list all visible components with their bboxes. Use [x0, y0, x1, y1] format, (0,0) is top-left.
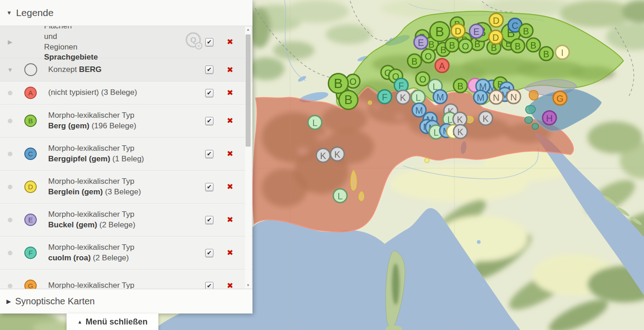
remove-layer-button[interactable]: ✖ — [226, 216, 234, 224]
legend-item-bullet — [8, 185, 12, 189]
map-marker-A[interactable]: A — [435, 58, 450, 73]
map-marker-E[interactable]: E — [414, 35, 429, 50]
remove-layer-button[interactable]: ✖ — [226, 38, 234, 46]
synoptic-maps-label: Synoptische Karten — [15, 296, 95, 307]
legend-marker-G: G — [24, 280, 37, 289]
map-marker-D[interactable]: D — [489, 13, 504, 28]
chevron-right-icon[interactable]: ▶ — [8, 38, 12, 45]
remove-layer-button[interactable]: ✖ — [226, 89, 234, 97]
map-marker-B[interactable]: B — [539, 46, 554, 61]
map-marker-D[interactable]: D — [451, 23, 466, 38]
legend-item-label: Morpho-lexikalischer TypBerg (gem) (196 … — [48, 110, 205, 132]
visibility-checkbox[interactable]: ✔ — [205, 38, 213, 46]
legend-item-row-D[interactable]: DMorpho-lexikalischer TypBerglein (gem) … — [0, 170, 252, 204]
map-marker-K[interactable]: K — [478, 111, 493, 126]
map-marker-F[interactable]: F — [377, 89, 392, 104]
map-marker-G[interactable]: G — [553, 91, 568, 106]
map-marker-M[interactable]: M — [433, 89, 448, 104]
legend-group-label: Flächen und RegionenSprachgebiete — [20, 26, 68, 63]
legend-marker-A: A — [24, 87, 37, 99]
map-marker-B[interactable]: B — [407, 54, 422, 69]
visibility-checkbox[interactable]: ✔ — [205, 282, 213, 289]
query-icon: Q× — [183, 30, 205, 54]
chevron-right-icon: ▶ — [6, 298, 11, 305]
visibility-checkbox[interactable]: ✔ — [205, 66, 213, 74]
legend-item-row-A[interactable]: A(nicht typisiert) (3 Belege)✔✖ — [0, 82, 252, 104]
visibility-checkbox[interactable]: ✔ — [205, 150, 213, 158]
map-marker-B[interactable]: B — [453, 78, 468, 94]
map-marker-O[interactable]: O — [421, 49, 436, 64]
scrollbar-up-icon[interactable]: ▲ — [245, 28, 251, 32]
map-marker-K[interactable]: K — [453, 124, 468, 139]
legend-item-row-E[interactable]: EMorpho-lexikalischer TypBuckel (gem) (2… — [0, 204, 252, 236]
chevron-up-icon: ▲ — [78, 319, 83, 324]
legend-header[interactable]: ▼ Legende — [0, 0, 252, 26]
legend-item-row-B[interactable]: BMorpho-lexikalischer TypBerg (gem) (196… — [0, 104, 252, 138]
legend-item-label: (nicht typisiert) (3 Belege) — [48, 88, 205, 98]
svg-text:Q: Q — [190, 36, 196, 44]
map-marker-I[interactable]: I — [555, 45, 570, 60]
map-marker-H[interactable]: H — [542, 110, 557, 126]
legend-item-bullet — [8, 218, 12, 222]
legend-list: ▶Flächen und RegionenSprachgebieteQ×✔✖▼K… — [0, 26, 252, 289]
legend-item-row-F[interactable]: FMorpho-lexikalischer Typcuolm (roa) (2 … — [0, 236, 252, 270]
legend-item-bullet — [8, 251, 12, 255]
legend-marker-B: B — [24, 115, 37, 127]
map-marker-K[interactable]: K — [396, 90, 411, 105]
remove-layer-button[interactable]: ✖ — [226, 150, 234, 158]
legend-marker-E: E — [24, 214, 37, 226]
menu-close-label: Menü schließen — [85, 317, 147, 327]
scrollbar-down-icon[interactable]: ▼ — [245, 283, 251, 287]
remove-layer-button[interactable]: ✖ — [226, 282, 234, 289]
remove-layer-button[interactable]: ✖ — [226, 117, 234, 125]
map-marker-K[interactable]: K — [330, 147, 345, 162]
visibility-checkbox[interactable]: ✔ — [205, 89, 213, 97]
legend-item-row-G[interactable]: GMorpho-lexikalischer Typ✔✖ — [0, 270, 252, 289]
visibility-checkbox[interactable]: ✔ — [205, 117, 213, 125]
visibility-checkbox[interactable]: ✔ — [205, 183, 213, 191]
map-marker-B[interactable]: B — [519, 23, 534, 38]
visibility-checkbox[interactable]: ✔ — [205, 249, 213, 257]
legend-group-label: Konzept BERG — [48, 65, 205, 75]
map-marker-O[interactable]: O — [458, 38, 473, 54]
legend-item-bullet — [8, 284, 12, 288]
legend-item-row-C[interactable]: CMorpho-lexikalischer TypBerggipfel (gem… — [0, 138, 252, 170]
legend-item-bullet — [8, 91, 12, 95]
legend-item-bullet — [8, 119, 12, 123]
menu-close-button[interactable]: ▲ Menü schließen — [67, 314, 158, 330]
legend-panel: ▼ Legende ▶Flächen und RegionenSprachgeb… — [0, 0, 252, 314]
legend-title: Legende — [16, 7, 54, 18]
remove-layer-button[interactable]: ✖ — [226, 66, 234, 74]
scrollbar-thumb[interactable] — [246, 34, 251, 147]
map-marker-N[interactable]: N — [506, 89, 521, 104]
map-marker-M[interactable]: M — [473, 90, 488, 105]
chevron-down-icon[interactable]: ▼ — [7, 66, 13, 73]
legend-item-label: Morpho-lexikalischer TypBerglein (gem) (… — [48, 176, 205, 198]
legend-item-label: Morpho-lexikalischer TypBerggipfel (gem)… — [48, 143, 205, 165]
map-marker-B[interactable]: B — [510, 38, 526, 54]
map-marker-L[interactable]: L — [333, 188, 348, 204]
remove-layer-button[interactable]: ✖ — [226, 183, 234, 191]
scrollbar[interactable]: ▲ ▼ — [245, 27, 251, 288]
map-marker-B[interactable]: B — [338, 90, 358, 110]
legend-marker-F: F — [24, 247, 37, 259]
legend-group-row[interactable]: ▶Flächen und RegionenSprachgebieteQ×✔✖ — [0, 26, 252, 58]
concept-circle-icon — [24, 63, 37, 76]
map-marker-B[interactable]: B — [526, 38, 541, 53]
legend-item-label: Morpho-lexikalischer TypBuckel (gem) (2 … — [48, 209, 205, 231]
remove-layer-button[interactable]: ✖ — [226, 249, 234, 257]
visibility-checkbox[interactable]: ✔ — [205, 216, 213, 224]
map-marker-E[interactable]: E — [469, 24, 484, 39]
legend-item-label: Morpho-lexikalischer Typ — [48, 280, 205, 289]
map-marker-D[interactable]: D — [488, 30, 504, 45]
legend-marker-C: C — [24, 148, 37, 160]
map-marker-N[interactable]: N — [489, 90, 504, 105]
legend-item-bullet — [8, 152, 12, 156]
legend-item-label: Morpho-lexikalischer Typcuolm (roa) (2 B… — [48, 242, 205, 264]
legend-marker-D: D — [24, 181, 37, 193]
map-marker-L[interactable]: L — [308, 115, 323, 130]
synoptic-maps-section[interactable]: ▶ Synoptische Karten — [0, 289, 252, 314]
chevron-down-icon: ▼ — [6, 10, 12, 16]
svg-text:×: × — [197, 44, 200, 49]
map-marker-K[interactable]: K — [316, 148, 331, 163]
